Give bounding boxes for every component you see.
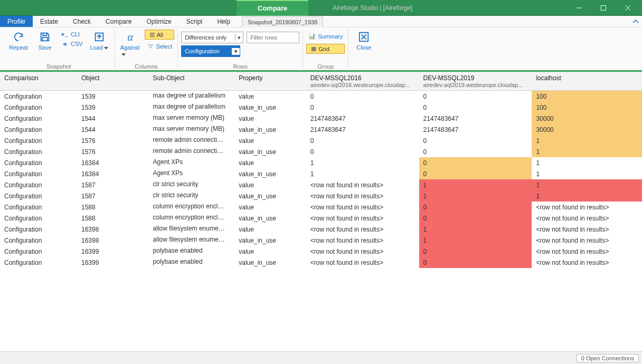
- cell-subobject[interactable]: Agent XPs: [149, 168, 235, 179]
- cell-comparison[interactable]: Configuration: [0, 124, 77, 135]
- cell-value-2[interactable]: 100: [532, 102, 642, 113]
- cell-value-2[interactable]: 1: [532, 190, 642, 202]
- cell-object[interactable]: 16398: [77, 235, 149, 246]
- rows-filter-dropdown[interactable]: Differences only ▾: [181, 32, 243, 43]
- cell-value-1[interactable]: 1: [419, 179, 532, 190]
- table-row[interactable]: Configuration16398allow filesystem enume…: [0, 235, 642, 246]
- filter-rows-input[interactable]: [247, 32, 299, 43]
- cell-comparison[interactable]: Configuration: [0, 146, 77, 157]
- rows-config-dropdown[interactable]: Configuration ▾: [181, 45, 240, 57]
- cell-object[interactable]: 16399: [77, 257, 149, 268]
- cell-object[interactable]: 1544: [77, 113, 149, 124]
- cell-property[interactable]: value_in_use: [234, 190, 306, 202]
- menu-check[interactable]: Check: [65, 16, 98, 27]
- cell-value-1[interactable]: 0: [419, 146, 532, 157]
- col-header-comparison[interactable]: Comparison: [0, 72, 77, 91]
- against-button[interactable]: α Against: [118, 30, 143, 58]
- open-connections-chip[interactable]: 0 Open Connections: [577, 354, 639, 362]
- cell-value-2[interactable]: <row not found in results>: [532, 257, 642, 268]
- table-row[interactable]: Configuration16399polybase enabledvalue<…: [0, 246, 642, 257]
- cell-property[interactable]: value: [234, 113, 306, 124]
- cell-value-0[interactable]: <row not found in results>: [306, 213, 419, 224]
- cell-comparison[interactable]: Configuration: [0, 257, 77, 268]
- window-minimize[interactable]: [567, 0, 591, 16]
- cell-value-1[interactable]: 1: [419, 190, 532, 202]
- cell-property[interactable]: value_in_use: [234, 168, 306, 179]
- cell-value-2[interactable]: 1: [532, 146, 642, 157]
- cell-comparison[interactable]: Configuration: [0, 102, 77, 113]
- cell-object[interactable]: 1587: [77, 179, 149, 190]
- columns-select-button[interactable]: ▽ Select: [145, 42, 175, 51]
- cell-value-1[interactable]: 0: [419, 168, 532, 179]
- cell-property[interactable]: value: [234, 246, 306, 257]
- cell-subobject[interactable]: allow filesystem enumeration: [149, 224, 235, 235]
- cell-comparison[interactable]: Configuration: [0, 179, 77, 190]
- table-row[interactable]: Configuration1576remote admin connection…: [0, 135, 642, 146]
- cell-value-1[interactable]: 0: [419, 91, 532, 102]
- cell-subobject[interactable]: remote admin connections: [149, 146, 235, 157]
- cell-subobject[interactable]: polybase enabled: [149, 257, 235, 268]
- cell-property[interactable]: value_in_use: [234, 235, 306, 246]
- cell-comparison[interactable]: Configuration: [0, 235, 77, 246]
- cell-comparison[interactable]: Configuration: [0, 91, 77, 102]
- cell-value-1[interactable]: 2147483647: [419, 113, 532, 124]
- cell-value-1[interactable]: 0: [419, 246, 532, 257]
- cell-property[interactable]: value_in_use: [234, 146, 306, 157]
- cell-value-0[interactable]: 2147483647: [306, 124, 419, 135]
- cell-value-2[interactable]: <row not found in results>: [532, 224, 642, 235]
- table-row[interactable]: Configuration1587clr strict securityvalu…: [0, 179, 642, 190]
- cell-object[interactable]: 16398: [77, 224, 149, 235]
- window-maximize[interactable]: [591, 0, 616, 16]
- cell-comparison[interactable]: Configuration: [0, 135, 77, 146]
- cell-property[interactable]: value: [234, 224, 306, 235]
- menu-help[interactable]: Help: [210, 16, 238, 27]
- cell-subobject[interactable]: clr strict security: [149, 179, 235, 190]
- cell-property[interactable]: value: [234, 179, 306, 190]
- load-button[interactable]: Load: [87, 30, 111, 52]
- cell-value-0[interactable]: <row not found in results>: [306, 190, 419, 202]
- cell-comparison[interactable]: Configuration: [0, 157, 77, 168]
- cell-value-0[interactable]: 0: [306, 146, 419, 157]
- table-row[interactable]: Configuration1544max server memory (MB)v…: [0, 124, 642, 135]
- document-tab-compare[interactable]: Compare: [237, 0, 308, 16]
- menu-profile[interactable]: Profile: [0, 16, 33, 27]
- col-header-server-2[interactable]: localhost: [532, 72, 642, 91]
- cell-property[interactable]: value_in_use: [234, 102, 306, 113]
- menu-script[interactable]: Script: [179, 16, 210, 27]
- cell-property[interactable]: value: [234, 157, 306, 168]
- cell-value-2[interactable]: 1: [532, 135, 642, 146]
- cell-object[interactable]: 1588: [77, 213, 149, 224]
- cell-comparison[interactable]: Configuration: [0, 246, 77, 257]
- cell-value-0[interactable]: 1: [306, 168, 419, 179]
- cell-value-2[interactable]: 1: [532, 157, 642, 168]
- table-row[interactable]: Configuration1539max degree of paralleli…: [0, 91, 642, 102]
- cell-property[interactable]: value: [234, 202, 306, 213]
- ribbon-collapse-toggle[interactable]: [629, 19, 642, 24]
- cell-object[interactable]: 16384: [77, 157, 149, 168]
- cell-subobject[interactable]: allow filesystem enumeration: [149, 235, 235, 246]
- cell-object[interactable]: 1576: [77, 135, 149, 146]
- cell-comparison[interactable]: Configuration: [0, 224, 77, 235]
- table-row[interactable]: Configuration16384Agent XPsvalue101: [0, 157, 642, 168]
- cell-value-2[interactable]: 30000: [532, 124, 642, 135]
- cell-value-2[interactable]: 30000: [532, 113, 642, 124]
- cell-subobject[interactable]: column encryption enclav...: [149, 213, 235, 224]
- csv-button[interactable]: ⩩ CSV: [59, 40, 85, 48]
- cell-property[interactable]: value: [234, 91, 306, 102]
- cell-subobject[interactable]: max server memory (MB): [149, 124, 235, 135]
- table-row[interactable]: Configuration1544max server memory (MB)v…: [0, 113, 642, 124]
- cell-subobject[interactable]: remote admin connections: [149, 135, 235, 146]
- cell-value-2[interactable]: <row not found in results>: [532, 202, 642, 213]
- col-header-property[interactable]: Property: [234, 72, 306, 91]
- snapshot-tab[interactable]: Snapshot_20190807_1938: [242, 16, 323, 27]
- col-header-server-0[interactable]: DEV-MSSQL2016 airedev-sql2016.westeurope…: [306, 72, 419, 91]
- cell-subobject[interactable]: max degree of parallelism: [149, 91, 235, 102]
- cell-value-0[interactable]: <row not found in results>: [306, 202, 419, 213]
- cell-value-2[interactable]: <row not found in results>: [532, 235, 642, 246]
- table-row[interactable]: Configuration1587clr strict securityvalu…: [0, 190, 642, 202]
- grid-button[interactable]: ▦ Grid: [306, 44, 345, 54]
- col-header-object[interactable]: Object: [77, 72, 149, 91]
- cell-object[interactable]: 1587: [77, 190, 149, 202]
- cell-value-1[interactable]: 2147483647: [419, 124, 532, 135]
- cell-property[interactable]: value_in_use: [234, 257, 306, 268]
